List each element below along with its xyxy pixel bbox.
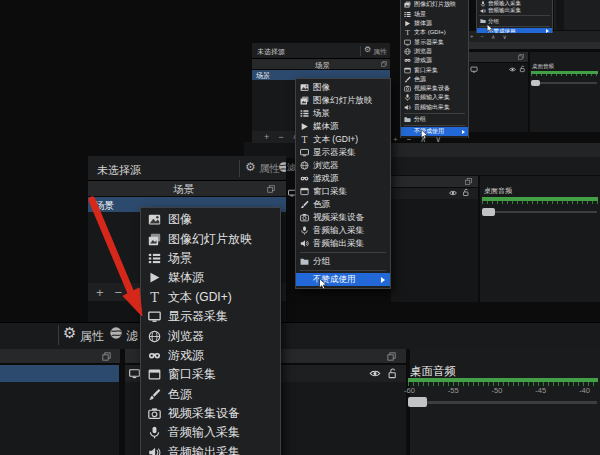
menu-item[interactable]: 窗口采集 bbox=[401, 65, 468, 74]
menu-item[interactable]: 浏览器 bbox=[141, 326, 280, 345]
menu-item[interactable]: 窗口采集 bbox=[141, 365, 280, 384]
submenu-arrow-icon bbox=[381, 277, 385, 283]
level0-selected-scene-row[interactable] bbox=[0, 365, 119, 382]
menu-item[interactable]: T 文本 (GDI+) bbox=[141, 288, 280, 307]
remove-button[interactable]: − bbox=[278, 132, 283, 142]
menu-item[interactable]: 场景 bbox=[296, 107, 390, 120]
menu-item[interactable]: 游戏源 bbox=[296, 172, 390, 185]
panel-pop-icon[interactable] bbox=[387, 352, 396, 361]
volume-slider-handle[interactable] bbox=[482, 208, 495, 216]
visibility-eye-icon[interactable] bbox=[508, 66, 517, 73]
volume-slider-handle[interactable] bbox=[408, 397, 427, 407]
menu-item[interactable]: 视频采集设备 bbox=[296, 211, 390, 224]
add-button[interactable]: + bbox=[264, 132, 269, 142]
menu-item[interactable]: 音频输入采集 bbox=[141, 423, 280, 442]
menu-item[interactable]: 媒体源 bbox=[296, 120, 390, 133]
panel-pop-icon[interactable] bbox=[102, 352, 111, 361]
add-button[interactable]: + bbox=[393, 135, 398, 144]
scene-list-icon bbox=[404, 11, 411, 18]
volume-slider-handle[interactable] bbox=[531, 80, 540, 86]
menu-items: 图像 图像幻灯片放映 场景 媒体源 T bbox=[141, 210, 280, 455]
move-up-button[interactable]: ∧ bbox=[491, 33, 495, 40]
menu-item[interactable]: 音频输入采集 bbox=[296, 224, 390, 237]
menu-item[interactable]: 显示器采集 bbox=[296, 146, 390, 159]
menu-item[interactable]: 场景 bbox=[141, 249, 280, 268]
menu-item[interactable]: 色源 bbox=[296, 198, 390, 211]
menu-item[interactable]: 图像幻灯片放映 bbox=[141, 229, 280, 248]
add-button[interactable]: + bbox=[470, 33, 474, 40]
lock-icon[interactable] bbox=[519, 65, 526, 73]
move-down-button[interactable]: ∨ bbox=[502, 33, 506, 40]
volume-slider-track[interactable] bbox=[531, 82, 597, 84]
menu-separator bbox=[404, 125, 465, 126]
menu-item[interactable]: 音频输出采集 bbox=[401, 103, 468, 112]
menu-item[interactable]: 音频输入采集 bbox=[477, 0, 552, 7]
menu-item[interactable]: 色源 bbox=[401, 75, 468, 84]
menu-item[interactable]: 图像幻灯片放映 bbox=[401, 0, 468, 9]
remove-button[interactable]: − bbox=[481, 33, 485, 40]
gear-icon: ⚙ bbox=[364, 45, 371, 54]
folder-icon bbox=[404, 116, 411, 123]
menu-item[interactable]: T 文本 (GDI+) bbox=[296, 133, 390, 146]
display-icon bbox=[300, 148, 309, 157]
menu-item[interactable]: 媒体源 bbox=[141, 268, 280, 287]
panel-pop-icon[interactable] bbox=[381, 61, 387, 67]
menu-item[interactable]: 图像 bbox=[296, 81, 390, 94]
gear-icon: ⚙ bbox=[63, 324, 76, 342]
menu-item[interactable]: 图像幻灯片放映 bbox=[296, 94, 390, 107]
menu-item[interactable]: 色源 bbox=[141, 385, 280, 404]
color-brush-icon bbox=[404, 76, 411, 83]
properties-button[interactable]: 属性 bbox=[259, 162, 280, 176]
menu-item[interactable]: 音频输出采集 bbox=[477, 7, 552, 14]
lock-icon[interactable] bbox=[387, 367, 398, 380]
add-source-menu-b: 图像 图像幻灯片放映 场景 媒体源 bbox=[295, 78, 391, 289]
volume-slider-track[interactable] bbox=[482, 211, 597, 213]
filters-icon[interactable] bbox=[278, 161, 286, 173]
menu-item[interactable]: 视频采集设备 bbox=[141, 404, 280, 423]
toolbar-divider bbox=[239, 160, 240, 177]
remove-button[interactable]: − bbox=[407, 135, 412, 144]
properties-button[interactable]: 属性 bbox=[373, 47, 387, 57]
mixer-source-label: 桌面音频 bbox=[484, 186, 512, 196]
menu-item-deprecated[interactable]: 不赞成使用 bbox=[296, 273, 390, 286]
window-a-properties-bar: 未选择源 ⚙ 属性 bbox=[88, 156, 286, 181]
menu-item[interactable]: 媒体源 bbox=[401, 19, 468, 28]
menu-item[interactable]: 游戏源 bbox=[401, 56, 468, 65]
mixer-source-label: 桌面音频 bbox=[410, 364, 456, 379]
menu-item[interactable]: 音频输出采集 bbox=[296, 237, 390, 250]
db-tick-label: -50 bbox=[492, 386, 503, 395]
menu-item[interactable]: 视频采集设备 bbox=[401, 84, 468, 93]
volume-meter-ticks bbox=[482, 201, 598, 204]
properties-button[interactable]: 属性 bbox=[80, 328, 104, 345]
menu-item[interactable]: 游戏源 bbox=[141, 346, 280, 365]
menu-item[interactable]: T 文本 (GDI+) bbox=[401, 28, 468, 37]
text-icon: T bbox=[300, 135, 309, 144]
menu-item[interactable]: 浏览器 bbox=[401, 47, 468, 56]
toolbar-divider bbox=[58, 325, 59, 345]
panel-pop-icon[interactable] bbox=[518, 54, 524, 60]
menu-item-group[interactable]: 分组 bbox=[296, 255, 390, 268]
color-brush-icon bbox=[300, 200, 309, 209]
speaker-icon bbox=[148, 446, 161, 455]
menu-item[interactable]: 音频输出采集 bbox=[141, 443, 280, 455]
svg-text:T: T bbox=[301, 135, 307, 144]
menu-item[interactable]: 场景 bbox=[401, 10, 468, 19]
visibility-eye-icon[interactable] bbox=[368, 368, 382, 379]
menu-item[interactable]: 窗口采集 bbox=[296, 185, 390, 198]
menu-item-group[interactable]: 分组 bbox=[401, 115, 468, 124]
menu-item[interactable]: 音频输入采集 bbox=[401, 93, 468, 102]
add-source-menu-front: 图像 图像幻灯片放映 场景 媒体源 T bbox=[140, 207, 281, 455]
visibility-eye-icon[interactable] bbox=[448, 189, 458, 197]
menu-item[interactable]: 浏览器 bbox=[296, 159, 390, 172]
move-down-button[interactable]: ∨ bbox=[435, 135, 441, 144]
image-icon bbox=[300, 83, 309, 92]
panel-pop-icon[interactable] bbox=[465, 178, 472, 185]
lock-icon[interactable] bbox=[462, 188, 470, 197]
menu-item[interactable]: 图像 bbox=[141, 210, 280, 229]
filters-button[interactable]: 滤 bbox=[126, 328, 138, 345]
volume-slider-track[interactable] bbox=[412, 401, 597, 404]
menu-item[interactable]: 显示器采集 bbox=[401, 37, 468, 46]
panel-pop-icon[interactable] bbox=[267, 185, 275, 193]
menu-item[interactable]: 显示器采集 bbox=[141, 307, 280, 326]
display-icon bbox=[470, 66, 478, 73]
